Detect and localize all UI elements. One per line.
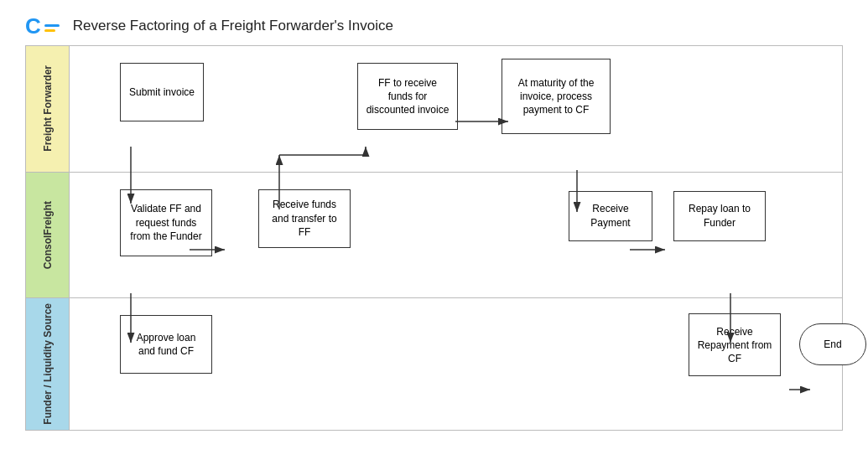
page-title: Reverse Factoring of a Freight Forwarder… <box>73 18 393 34</box>
submit-invoice-box: Submit invoice <box>120 63 204 121</box>
lane-label-ff: Freight Forwarder <box>26 46 70 172</box>
header: C Reverse Factoring of a Freight Forward… <box>0 0 868 45</box>
receive-payment-box: Receive Payment <box>569 191 652 241</box>
lane-content-cf: Validate FF and request funds from the F… <box>70 173 842 298</box>
receive-repayment-box: Receive Repayment from CF <box>689 313 781 376</box>
repay-loan-box: Repay loan to Funder <box>673 191 766 241</box>
logo-line-2 <box>44 29 55 32</box>
ff-receive-funds-box: FF to receive funds for discounted invoi… <box>357 63 458 130</box>
lane-label-cf: ConsolFreight <box>26 173 70 298</box>
logo-line-1 <box>44 24 60 27</box>
validate-ff-box: Validate FF and request funds from the F… <box>120 189 212 256</box>
lane-consolfreight: ConsolFreight Validate FF and request fu… <box>26 173 842 299</box>
logo: C <box>25 15 60 37</box>
at-maturity-box: At maturity of the invoice, process paym… <box>502 59 611 134</box>
lane-label-text-cf: ConsolFreight <box>42 196 54 274</box>
lane-content-ff: Submit invoice FF to receive funds for d… <box>70 46 842 172</box>
lane-label-text-ff: Freight Forwarder <box>42 60 54 157</box>
lane-funder: Funder / Liquidity Source Approve loan a… <box>26 298 842 430</box>
logo-lines <box>44 24 60 32</box>
lane-label-funder: Funder / Liquidity Source <box>26 298 70 430</box>
end-ellipse: End <box>799 323 866 365</box>
lane-content-funder: Approve loan and fund CF Receive Repayme… <box>70 298 842 430</box>
logo-letter: C <box>25 15 41 37</box>
lane-freight-forwarder: Freight Forwarder Submit invoice FF to r… <box>26 46 842 173</box>
approve-loan-box: Approve loan and fund CF <box>120 315 212 374</box>
lane-label-text-funder: Funder / Liquidity Source <box>42 298 54 430</box>
receive-funds-transfer-box: Receive funds and transfer to FF <box>258 189 351 248</box>
diagram-container: Freight Forwarder Submit invoice FF to r… <box>25 45 843 431</box>
